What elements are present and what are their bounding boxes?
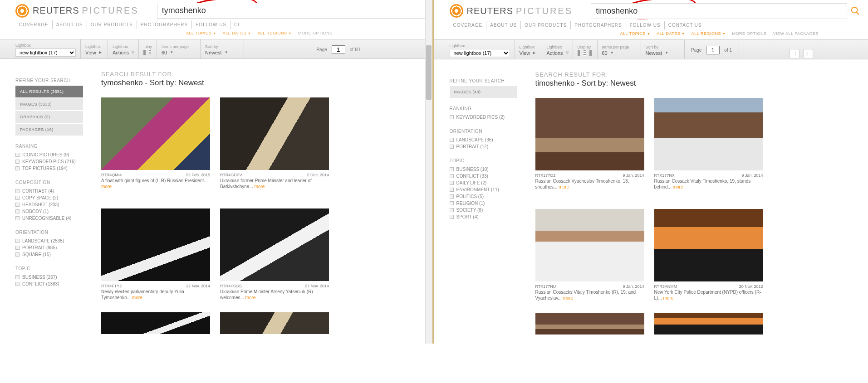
result-date: 27 Nov. 2014 (186, 284, 210, 288)
nav-products[interactable]: OUR PRODUCTS (521, 21, 571, 29)
scrollbar[interactable] (425, 0, 432, 344)
filter-checkbox[interactable]: LANDSCAPE (36) (450, 136, 517, 143)
more-link[interactable]: more (101, 184, 112, 189)
filter-checkbox[interactable]: SOCIETY (8) (450, 207, 517, 213)
filter-checkbox[interactable]: CONFLICT (1383) (15, 281, 83, 287)
result-thumb[interactable] (535, 98, 644, 170)
more-link[interactable]: more (132, 295, 142, 300)
chevron-down-icon: ▼ (170, 50, 173, 54)
nav-follow[interactable]: FOLLOW US (626, 21, 665, 29)
more-link[interactable]: more (255, 184, 265, 189)
filter-checkbox[interactable]: SQUARE (15) (15, 251, 83, 258)
items-per-page[interactable]: 60 ▼ (162, 50, 196, 55)
filter-checkbox[interactable]: KEYWORDED PICS (216) (15, 158, 83, 165)
filter-regions[interactable]: ALL REGIONS ▼ (691, 31, 726, 36)
lightbox-select[interactable]: new lightbox (17) (450, 49, 510, 57)
orientation-heading: ORIENTATION (450, 129, 517, 134)
brand-pictures: PICTURES (82, 5, 139, 16)
nav-coverage[interactable]: COVERAGE (450, 21, 487, 29)
filter-checkbox[interactable]: SPORT (4) (450, 213, 517, 220)
filter-checkbox[interactable]: PORTRAIT (12) (450, 143, 517, 150)
filter-checkbox[interactable]: CONTRAST (4) (15, 188, 83, 194)
more-link[interactable]: more (559, 184, 569, 189)
filter-more[interactable]: MORE OPTIONS (732, 31, 766, 36)
prev-page-button[interactable]: 〈 (790, 49, 799, 59)
result-thumb[interactable] (535, 313, 644, 335)
lightbox-select[interactable]: new lightbox (17) (15, 48, 76, 57)
sort-by[interactable]: Newest ▼ (646, 50, 680, 56)
nav-about[interactable]: ABOUT US (486, 21, 521, 29)
filter-checkbox[interactable]: ENVIRONMENT (11) (450, 186, 517, 193)
result-thumb[interactable] (220, 97, 329, 170)
filter-regions[interactable]: ALL REGIONS ▼ (257, 31, 292, 35)
filter-topics[interactable]: ALL TOPICS ▼ (620, 31, 651, 36)
search-input[interactable] (157, 3, 428, 19)
result-thumb[interactable] (654, 98, 763, 170)
filter-checkbox[interactable]: RELIGION (1) (450, 200, 517, 207)
filter-checkbox[interactable]: ICONIC PICTURES (9) (15, 151, 83, 158)
nav-follow[interactable]: FOLLOW US (192, 20, 230, 29)
filter-more[interactable]: MORE OPTIONS (298, 31, 333, 35)
checkbox-icon (15, 209, 20, 213)
facet-button[interactable]: PACKAGES (16) (15, 124, 83, 136)
filter-checkbox[interactable]: HEADSHOT (203) (15, 201, 83, 208)
view-all-packages[interactable]: VIEW ALL PACKAGES (773, 31, 819, 36)
next-page-button[interactable]: 〉 (803, 49, 813, 59)
result-date: 9 Jan. 2014 (623, 173, 644, 178)
lightbox-actions[interactable]: Actions ▽ (113, 50, 134, 55)
filter-topics[interactable]: ALL TOPICS ▼ (186, 31, 216, 35)
filter-checkbox[interactable]: TOP PICTURES (194) (15, 165, 83, 172)
facet-button[interactable]: IMAGES (48) (450, 86, 517, 98)
search-button[interactable] (847, 3, 863, 19)
nav-contact[interactable]: CONTACT US (230, 20, 240, 29)
checkbox-icon (450, 138, 454, 142)
nav-photographers[interactable]: PHOTOGRAPHERS (137, 20, 192, 29)
more-link[interactable]: more (663, 296, 674, 301)
result-thumb[interactable] (654, 209, 763, 281)
result-thumb[interactable] (101, 208, 210, 281)
sort-by[interactable]: Newest ▼ (205, 50, 239, 55)
result-thumb[interactable] (220, 312, 329, 334)
filter-checkbox[interactable]: CONFLICT (33) (450, 173, 517, 179)
lightbox-view[interactable]: View ▶ (85, 50, 103, 55)
filter-checkbox[interactable]: LANDSCAPE (2535) (15, 238, 83, 244)
svg-point-0 (852, 7, 858, 13)
more-link[interactable]: more (245, 295, 256, 300)
search-input[interactable] (591, 3, 847, 19)
filter-checkbox[interactable]: KEYWORDED PICS (2) (450, 114, 517, 121)
nav-coverage[interactable]: COVERAGE (15, 20, 53, 29)
filter-checkbox[interactable]: BUSINESS (267) (15, 274, 83, 281)
facet-button[interactable]: ALL RESULTS (3551) (15, 86, 83, 97)
page-input[interactable] (706, 46, 720, 54)
nav-contact[interactable]: CONTACT US (665, 21, 706, 29)
more-link[interactable]: more (673, 184, 683, 189)
filter-checkbox[interactable]: COPY SPACE (2) (15, 194, 83, 201)
result-thumb[interactable] (101, 97, 210, 170)
filter-checkbox[interactable]: BUSINESS (10) (450, 166, 517, 173)
page-input[interactable] (332, 45, 345, 54)
display-toggle[interactable] (578, 50, 593, 56)
filter-dates[interactable]: ALL DATES ▼ (657, 31, 685, 36)
more-link[interactable]: more (563, 296, 574, 301)
filter-checkbox[interactable]: UNRECOGNISABLE (4) (15, 215, 83, 222)
nav-products[interactable]: OUR PRODUCTS (87, 20, 137, 29)
result-thumb[interactable] (220, 208, 329, 281)
result-thumb[interactable] (101, 312, 210, 334)
filter-checkbox[interactable]: POLITICS (5) (450, 193, 517, 200)
facet-button[interactable]: GRAPHICS (2) (15, 111, 83, 123)
nav-photographers[interactable]: PHOTOGRAPHERS (571, 21, 626, 29)
result-thumb[interactable] (654, 313, 763, 335)
filter-checkbox[interactable]: PORTRAIT (985) (15, 244, 83, 251)
lightbox-view[interactable]: View ▶ (520, 50, 537, 56)
lightbox-actions[interactable]: Actions ▽ (547, 50, 568, 56)
nav-about[interactable]: ABOUT US (53, 20, 87, 29)
result-caption: Russian Cossack Vitaly Timoshenko, 19, s… (654, 178, 763, 190)
filter-checkbox[interactable]: DAILY LIFE (2) (450, 179, 517, 186)
result-thumb[interactable] (535, 209, 644, 281)
filter-dates[interactable]: ALL DATES ▼ (223, 31, 251, 35)
lightbox-label: Lightbox (15, 43, 76, 48)
facet-button[interactable]: IMAGES (3533) (15, 98, 83, 110)
filter-checkbox[interactable]: NOBODY (1) (15, 208, 83, 215)
items-per-page[interactable]: 60 ▼ (602, 50, 636, 56)
display-toggle[interactable] (143, 50, 152, 55)
